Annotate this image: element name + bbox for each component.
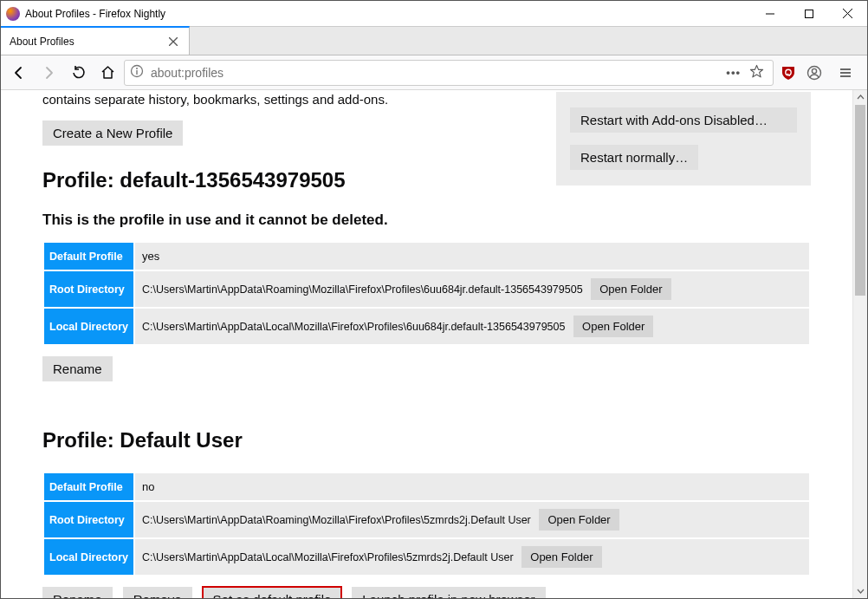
open-folder-button[interactable]: Open Folder — [573, 316, 653, 337]
home-button[interactable] — [94, 60, 120, 86]
window-minimize-button[interactable] — [750, 1, 789, 26]
url-input[interactable] — [149, 65, 721, 81]
open-folder-button[interactable]: Open Folder — [539, 509, 619, 531]
app-menu-button[interactable] — [832, 60, 858, 86]
rename-button[interactable]: Rename — [42, 587, 113, 598]
identity-info-icon[interactable] — [130, 64, 144, 81]
window-maximize-button[interactable] — [789, 1, 828, 26]
label-root-directory: Root Directory — [44, 502, 133, 537]
remove-button[interactable]: Remove — [123, 587, 192, 598]
firefox-nightly-icon — [6, 7, 20, 21]
profile-in-use-note: This is the profile in use and it cannot… — [42, 212, 811, 229]
tab-about-profiles[interactable]: About Profiles — [1, 26, 190, 55]
forward-button[interactable] — [36, 60, 62, 86]
ublock-origin-icon[interactable] — [781, 65, 796, 81]
label-local-directory: Local Directory — [44, 309, 133, 344]
svg-rect-1 — [805, 10, 813, 17]
account-icon[interactable] — [801, 60, 827, 86]
window: About Profiles - Firefox Nightly About P… — [0, 0, 868, 599]
restart-addons-disabled-button[interactable]: Restart with Add-ons Disabled… — [570, 107, 797, 133]
launch-profile-button[interactable]: Launch profile in new browser — [352, 587, 545, 598]
value-root-directory: C:\Users\Martin\AppData\Roaming\Mozilla\… — [142, 514, 531, 526]
titlebar: About Profiles - Firefox Nightly — [1, 1, 867, 27]
svg-rect-8 — [136, 70, 137, 75]
label-default-profile: Default Profile — [44, 473, 133, 500]
label-root-directory: Root Directory — [44, 271, 133, 307]
svg-point-12 — [812, 68, 816, 73]
window-close-button[interactable] — [828, 1, 867, 26]
restart-normally-button[interactable]: Restart normally… — [570, 145, 698, 170]
tab-close-button[interactable] — [166, 35, 180, 49]
reload-button[interactable] — [65, 60, 91, 86]
value-root-directory: C:\Users\Martin\AppData\Roaming\Mozilla\… — [142, 283, 583, 296]
page-actions-button[interactable]: ••• — [726, 66, 741, 79]
window-title: About Profiles - Firefox Nightly — [25, 8, 165, 20]
open-folder-button[interactable]: Open Folder — [591, 278, 670, 300]
value-default-profile: yes — [135, 243, 809, 270]
set-as-default-button[interactable]: Set as default profile — [203, 587, 342, 598]
profile-info-table: Default Profile no Root Directory C:\Use… — [42, 472, 811, 576]
tab-title: About Profiles — [10, 36, 74, 48]
profile-heading: Profile: Default User — [42, 428, 811, 453]
url-bar[interactable]: ••• — [124, 60, 774, 86]
open-folder-button[interactable]: Open Folder — [521, 546, 601, 568]
navigation-toolbar: ••• — [1, 55, 867, 90]
svg-point-7 — [136, 68, 138, 69]
scroll-thumb[interactable] — [855, 105, 865, 296]
rename-button[interactable]: Rename — [42, 356, 113, 381]
value-local-directory: C:\Users\Martin\AppData\Local\Mozilla\Fi… — [142, 551, 514, 563]
bookmark-star-icon[interactable] — [749, 64, 764, 81]
value-default-profile: no — [135, 473, 809, 500]
label-local-directory: Local Directory — [44, 539, 133, 575]
content-area: Restart with Add-ons Disabled… Restart n… — [1, 90, 852, 598]
scroll-down-arrow-icon[interactable] — [853, 583, 867, 598]
tab-strip: About Profiles — [1, 27, 867, 55]
label-default-profile: Default Profile — [44, 243, 133, 270]
profile-info-table: Default Profile yes Root Directory C:\Us… — [42, 241, 811, 346]
restart-options-box: Restart with Add-ons Disabled… Restart n… — [556, 92, 811, 186]
back-button[interactable] — [6, 60, 32, 86]
create-new-profile-button[interactable]: Create a New Profile — [42, 120, 183, 146]
value-local-directory: C:\Users\Martin\AppData\Local\Mozilla\Fi… — [142, 321, 565, 333]
scroll-up-arrow-icon[interactable] — [853, 90, 867, 105]
vertical-scrollbar[interactable] — [852, 90, 867, 598]
